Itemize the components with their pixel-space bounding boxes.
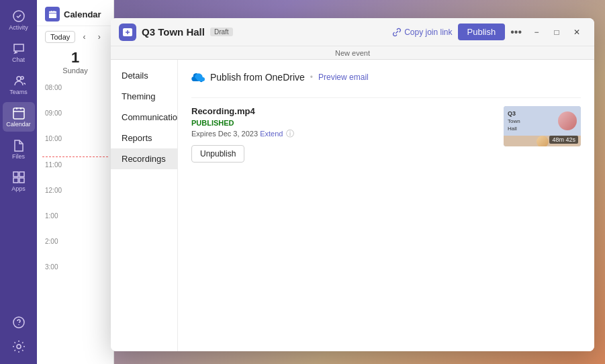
time-13: 1:00 xyxy=(37,208,113,234)
copy-join-link-label: Copy join link xyxy=(404,28,452,37)
nav-theming[interactable]: Theming xyxy=(111,86,177,107)
time-15: 3:00 xyxy=(37,259,113,285)
calendar-app-icon xyxy=(45,7,60,21)
dialog-titlebar: Q3 Town Hall Draft Copy join link Publis… xyxy=(111,18,594,46)
thumb-q3: Q3 xyxy=(508,110,520,117)
svg-rect-9 xyxy=(48,11,56,17)
recording-name: Recording.mp4 xyxy=(191,106,493,116)
apps-label: Apps xyxy=(11,185,26,192)
thumb-avatar-bottom xyxy=(537,136,549,146)
nav-details[interactable]: Details xyxy=(111,65,177,86)
time-08: 08:00 xyxy=(37,80,113,105)
time-11: 11:00 xyxy=(37,157,113,183)
dialog-top-actions: Copy join link Publish ••• − □ ✕ xyxy=(392,23,586,42)
maximize-button[interactable]: □ xyxy=(547,23,566,42)
teams-sidebar: Activity Chat Teams Cal xyxy=(0,0,37,364)
publish-from-onedrive-bar: Publish from OneDrive • Preview email xyxy=(191,71,581,84)
onedrive-icon xyxy=(191,71,205,84)
dialog-nav: Details Theming Communications Reports R… xyxy=(111,60,178,351)
dialog-body: Details Theming Communications Reports R… xyxy=(111,60,594,351)
sidebar-item-settings[interactable] xyxy=(3,336,35,357)
nav-reports[interactable]: Reports xyxy=(111,128,177,148)
window-controls: − □ ✕ xyxy=(527,23,586,42)
dialog-app-icon xyxy=(119,24,136,41)
publish-button[interactable]: Publish xyxy=(458,24,506,40)
today-button[interactable]: Today xyxy=(45,31,75,43)
recording-expires: Expires Dec 3, 2023 Extend ⓘ xyxy=(191,128,493,140)
thumb-top: Q3 Town Hall xyxy=(504,106,581,136)
sidebar-item-apps[interactable]: Apps xyxy=(3,167,35,196)
time-10: 10:00 xyxy=(37,131,113,156)
sidebar-item-activity[interactable]: Activity xyxy=(3,5,35,35)
time-12: 12:00 xyxy=(37,183,113,208)
preview-email-link[interactable]: Preview email xyxy=(318,73,369,82)
dialog-content-area: Publish from OneDrive • Preview email Re… xyxy=(178,60,594,351)
more-options-button[interactable]: ••• xyxy=(510,26,522,38)
unpublish-button[interactable]: Unpublish xyxy=(191,145,244,163)
day-label: Sunday xyxy=(37,66,113,77)
sidebar-item-chat[interactable]: Chat xyxy=(3,38,35,67)
svg-point-1 xyxy=(21,77,24,79)
info-icon: ⓘ xyxy=(286,129,294,138)
calendar-panel: Calendar Today ‹ › 1 Sunday 08:00 09:00 … xyxy=(37,0,114,364)
window-title: New event xyxy=(335,49,370,57)
activity-label: Activity xyxy=(9,24,28,31)
time-09: 09:00 xyxy=(37,105,113,131)
nav-communications[interactable]: Communications xyxy=(111,107,177,128)
nav-recordings[interactable]: Recordings xyxy=(111,148,177,169)
files-label: Files xyxy=(12,153,25,160)
prev-arrow[interactable]: ‹ xyxy=(78,30,90,44)
publish-section-title: Publish from OneDrive xyxy=(210,72,305,83)
thumb-town: Town xyxy=(508,118,520,124)
thumb-avatar-top xyxy=(558,111,577,130)
sidebar-item-help[interactable] xyxy=(3,312,35,333)
day-number: 1 xyxy=(37,48,113,66)
time-14: 2:00 xyxy=(37,234,113,259)
teams-label: Teams xyxy=(9,89,28,95)
chat-label: Chat xyxy=(12,56,25,63)
extend-link[interactable]: Extend xyxy=(260,130,283,138)
svg-rect-3 xyxy=(13,172,18,177)
copy-join-link-button[interactable]: Copy join link xyxy=(392,28,452,37)
minimize-button[interactable]: − xyxy=(527,23,546,42)
next-arrow[interactable]: › xyxy=(93,30,105,44)
svg-rect-4 xyxy=(19,172,24,177)
svg-point-8 xyxy=(17,345,21,349)
calendar-title: Calendar xyxy=(64,9,101,19)
time-list: 08:00 09:00 10:00 11:00 12:00 1:00 2:00 … xyxy=(37,77,113,364)
svg-point-0 xyxy=(17,77,21,81)
sidebar-item-files[interactable]: Files xyxy=(3,134,35,164)
recording-thumbnail: Q3 Town Hall 48m 42s xyxy=(504,106,581,146)
close-button[interactable]: ✕ xyxy=(567,23,586,42)
thumb-text-block: Q3 Town Hall xyxy=(508,110,520,132)
recording-info: Recording.mp4 PUBLISHED Expires Dec 3, 2… xyxy=(191,106,493,163)
thumb-hall: Hall xyxy=(508,126,520,132)
recording-duration: 48m 42s xyxy=(549,136,578,144)
sidebar-item-calendar[interactable]: Calendar xyxy=(3,102,35,132)
recording-card: Recording.mp4 PUBLISHED Expires Dec 3, 2… xyxy=(191,97,581,171)
calendar-header: Calendar xyxy=(37,0,113,26)
svg-rect-6 xyxy=(19,178,24,183)
sidebar-item-teams[interactable]: Teams xyxy=(3,70,35,99)
svg-rect-2 xyxy=(13,108,24,119)
event-dialog: Q3 Town Hall Draft Copy join link Publis… xyxy=(111,18,594,351)
recording-status: PUBLISHED xyxy=(191,119,493,127)
event-title: Q3 Town Hall xyxy=(142,26,205,38)
draft-badge: Draft xyxy=(210,28,233,36)
dot-separator: • xyxy=(310,73,313,82)
svg-rect-5 xyxy=(13,178,18,183)
calendar-label: Calendar xyxy=(6,121,31,128)
